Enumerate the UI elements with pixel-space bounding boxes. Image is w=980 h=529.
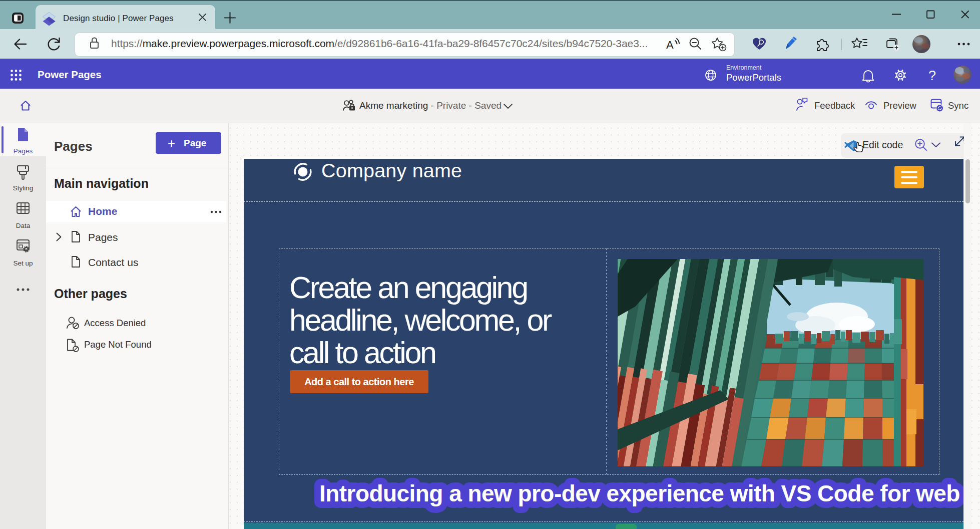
svg-text:A: A <box>666 39 674 51</box>
svg-text:?: ? <box>928 68 936 83</box>
